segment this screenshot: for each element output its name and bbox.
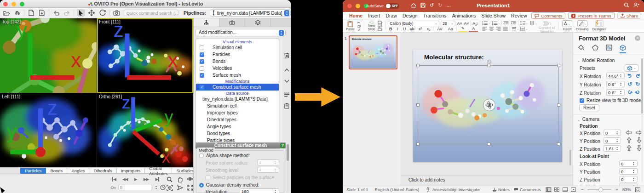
language-status[interactable]: English (United States) (375, 187, 420, 192)
checkbox[interactable]: ✓ (200, 59, 204, 64)
reading-view-button[interactable] (562, 187, 569, 193)
cut-icon[interactable]: ✂ (357, 21, 361, 25)
rotate-x-down-icon[interactable]: ↻ (634, 74, 641, 78)
rotate-y-right-icon[interactable]: ↻ (635, 81, 640, 87)
checkbox[interactable]: ✓ (200, 52, 204, 57)
present-in-teams-button[interactable]: T Present in Teams (568, 12, 614, 19)
tab-angles[interactable]: Angles (67, 168, 89, 174)
resize-handle-s[interactable] (487, 142, 490, 146)
quick-command-search-input[interactable]: Quick command search (... (124, 10, 178, 16)
change-case-button[interactable]: Aa (446, 27, 455, 31)
pipeline-item-simulation-cell[interactable]: Simulation cell (196, 44, 279, 51)
line-spacing-button[interactable] (520, 21, 528, 25)
section-icon[interactable] (378, 28, 383, 31)
resolution-input[interactable]: 160 (240, 188, 279, 193)
align-center-button[interactable] (489, 27, 494, 31)
checkbox[interactable] (200, 45, 204, 50)
section-camera[interactable]: Camera (577, 116, 599, 122)
save-session-as-button[interactable] (38, 9, 46, 17)
data-child-improper-types[interactable]: Improper types (196, 109, 279, 116)
copy-pipeline-button[interactable] (284, 100, 289, 111)
camera-x-input[interactable]: 0 (604, 130, 621, 136)
resize-handle-e[interactable] (557, 103, 560, 107)
reset-button[interactable]: Reset (579, 104, 599, 111)
share-button[interactable]: Share (617, 12, 641, 19)
rotate-y-left-icon[interactable]: ↺ (627, 81, 632, 87)
move-left-icon[interactable] (626, 130, 632, 135)
tab-bonds[interactable]: Bonds (46, 168, 67, 174)
columns-button[interactable] (529, 21, 537, 25)
pipeline-item-bonds[interactable]: ✓Bonds (196, 58, 279, 65)
viewport-front[interactable]: Front [111] zx (97, 18, 193, 93)
resize-to-fit-checkbox[interactable]: ✓ Resize view to fit 3D model (580, 98, 642, 103)
tab-global-attributes[interactable]: Global Attributes (145, 168, 172, 174)
toggle-modifier-list-button[interactable] (284, 89, 290, 100)
y-rotation-input[interactable]: 0.6° (606, 81, 625, 87)
skip-to-start-icon[interactable]: ◀ (112, 177, 116, 182)
stepper[interactable] (615, 138, 619, 143)
lookat-z-input[interactable]: 0 (619, 176, 638, 182)
clock-icon[interactable] (160, 185, 166, 190)
align-left-button[interactable] (482, 27, 488, 31)
search-icon[interactable] (624, 2, 629, 8)
resize-handle-nw[interactable] (416, 64, 420, 67)
checkbox[interactable]: ✓ (200, 85, 204, 90)
increase-font-icon[interactable]: A˄ (457, 21, 462, 26)
render-camera-button[interactable] (113, 9, 121, 17)
checkbox[interactable] (206, 176, 210, 180)
move-modifier-up-button[interactable] (284, 64, 289, 75)
camera-y-input[interactable]: 0 (604, 137, 621, 144)
rotate-cone-icon[interactable] (177, 185, 183, 191)
tab-design[interactable]: Design (402, 13, 418, 18)
probe-sphere-radius-input[interactable]: 4 (257, 159, 279, 165)
lookat-x-input[interactable]: 0 (619, 160, 638, 167)
viewport-left[interactable]: Left [111] zy (0, 93, 97, 167)
superscript-button[interactable]: x² (417, 27, 424, 31)
font-size-select[interactable]: 28 (441, 21, 455, 26)
bold-button[interactable]: B (388, 27, 393, 31)
move-forward-icon[interactable] (627, 145, 632, 151)
redo-icon[interactable] (63, 9, 70, 17)
panel-scrollbar[interactable] (641, 58, 643, 182)
tab-3d-model[interactable] (620, 45, 626, 53)
tab-overlays[interactable] (245, 18, 271, 27)
section-model-rotation[interactable]: Model Rotation (577, 57, 615, 63)
bullets-button[interactable] (482, 21, 490, 25)
pipeline-item-particles[interactable]: ✓Particles (196, 51, 279, 58)
zoom-slider[interactable] (587, 189, 611, 190)
stepper[interactable] (619, 74, 623, 78)
tab-render[interactable] (219, 18, 245, 27)
data-child-angle-types[interactable]: Angle types (196, 123, 279, 130)
alpha-shape-method-radio[interactable]: Alpha-shape method: (199, 153, 250, 158)
open-file-button[interactable] (3, 9, 10, 17)
slideshow-view-button[interactable] (570, 187, 577, 193)
rotate-x-up-icon[interactable]: ↺ (627, 74, 633, 78)
accessibility-status[interactable]: Accessibility: Investigate (426, 187, 480, 192)
slide-title-text[interactable]: Molecular structure: (424, 54, 484, 61)
tab-effects[interactable] (592, 45, 598, 53)
resize-handle-ne[interactable] (557, 64, 560, 67)
viewport-top[interactable]: Top [142] yx (0, 18, 97, 93)
rotate-handle[interactable]: ↻ (487, 60, 491, 64)
pipeline-select[interactable]: tiny_nylon.data [LAMMPS Data] (210, 9, 291, 17)
slide-thumbnail[interactable]: Molecular structure: (349, 35, 397, 69)
underline-button[interactable]: U (402, 27, 407, 31)
layout-icon[interactable] (378, 21, 383, 24)
next-frame-icon[interactable]: ▶▶ (144, 177, 149, 182)
tab-insert[interactable]: Insert (368, 13, 380, 18)
data-child-simulation-cell[interactable]: Simulation cell (196, 102, 279, 109)
camera-z-input[interactable]: 1.61 (604, 145, 621, 152)
undo-icon[interactable] (52, 9, 60, 17)
play-icon[interactable]: ▶ (134, 177, 137, 182)
resize-handle-w[interactable] (416, 103, 420, 107)
pipeline-select-stepper[interactable] (284, 10, 289, 16)
tab-slide-show[interactable]: Slide Show (482, 13, 506, 18)
justify-button[interactable] (503, 27, 508, 31)
editor-scrollbar[interactable] (287, 143, 289, 193)
fit-slide-icon[interactable] (635, 187, 640, 192)
frame-number-input[interactable]: 0 (118, 185, 152, 190)
resize-handle-n[interactable] (487, 64, 490, 67)
presets-button[interactable] (625, 64, 638, 72)
notes-toggle[interactable]: Notes (492, 187, 510, 192)
collapse-inspector-icon[interactable]: ⌃ (187, 168, 190, 172)
